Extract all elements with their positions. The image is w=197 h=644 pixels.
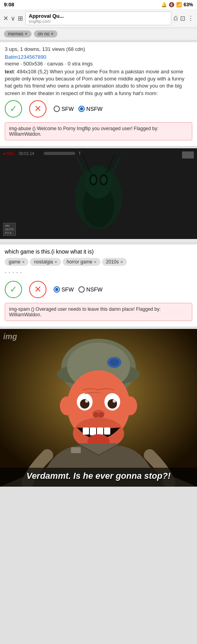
- svg-rect-24: [83, 427, 89, 435]
- post1-rating-group: SFW NSFW: [54, 106, 102, 112]
- game-icon-tr: [182, 151, 194, 159]
- post1-meta: meme · 500x536 · canvas · 0 xtra imgs: [5, 61, 192, 67]
- game-hud-bottomleft: HD AUTO F2.4: [3, 223, 16, 236]
- svg-point-23: [98, 412, 104, 418]
- more-icon[interactable]: ⋮: [188, 15, 194, 22]
- svg-point-6: [101, 176, 106, 184]
- game-info-auto: AUTO: [5, 228, 14, 231]
- game-hud-topleft: ● REC 00:01:14 T: [3, 151, 81, 156]
- game-timer: 00:01:14: [19, 151, 34, 156]
- post2-tags-row: game × nostalgia × horror game × 2010s ×: [5, 258, 192, 266]
- svg-rect-25: [90, 427, 96, 435]
- post2-nsfw-radio[interactable]: [78, 286, 85, 293]
- post2-nsfw-text: NSFW: [86, 286, 102, 293]
- spacer1: [0, 239, 197, 242]
- page-url: imgflip.com: [29, 19, 168, 24]
- svg-point-29: [60, 396, 74, 415]
- svg-point-22: [93, 412, 98, 418]
- post2-dots: · · · · ·: [5, 269, 192, 275]
- post2-card: which game is this.(i know what it is) g…: [0, 245, 197, 327]
- share-icon[interactable]: ⎙: [174, 15, 178, 22]
- post3-soldier-image: img: [0, 329, 197, 487]
- game-info-box: HD AUTO F2.4: [3, 223, 16, 236]
- top-tag-bar: memes × on no ×: [0, 28, 197, 40]
- post3-watermark: img: [3, 332, 17, 341]
- game-center-bar: [44, 152, 75, 155]
- svg-point-12: [110, 359, 119, 366]
- post2-sfw-text: SFW: [61, 286, 74, 293]
- post1-username[interactable]: Batim1234567890: [5, 54, 46, 60]
- page-title: Approval Qu...: [29, 13, 168, 19]
- post1-flagged-message: img-abuse () Welcome to Porny Imgflip yo…: [5, 122, 192, 140]
- status-time: 9:08: [4, 2, 14, 7]
- tag-2010s-remove[interactable]: ×: [120, 259, 123, 264]
- game-t-label: T: [78, 151, 81, 156]
- post2-approve-row: ✓ ✕ SFW NSFW: [5, 278, 192, 301]
- post2-spam-message: img-spam () Overaged user needs to leave…: [5, 303, 192, 321]
- post1-game-image: ● REC 00:01:14 T HD AUTO F2.4: [0, 148, 197, 239]
- post2-nsfw-label[interactable]: NSFW: [78, 286, 102, 293]
- mute-icon: 🔇: [169, 2, 175, 7]
- post1-nsfw-text: NSFW: [86, 106, 102, 112]
- down-icon[interactable]: ∨: [11, 15, 15, 22]
- tag-game[interactable]: game ×: [5, 258, 28, 266]
- game-hud-topright: [182, 151, 194, 159]
- svg-rect-26: [97, 427, 103, 435]
- close-icon[interactable]: ✕: [3, 15, 8, 22]
- post1-approve-row: ✓ ✕ SFW NSFW: [5, 97, 192, 121]
- battery-text: 63%: [184, 2, 193, 7]
- game-info-f24: F2.4: [5, 231, 14, 235]
- tag-memes[interactable]: memes ×: [4, 30, 32, 37]
- layers-icon[interactable]: ⊞: [18, 15, 23, 22]
- rec-dot: ● REC: [3, 151, 15, 156]
- post1-sfw-radio[interactable]: [54, 106, 60, 112]
- game-info-hd: HD: [5, 224, 14, 228]
- post1-sfw-text: SFW: [61, 106, 74, 112]
- post2-question: which game is this.(i know what it is): [5, 248, 192, 255]
- post2-sfw-label[interactable]: SFW: [54, 286, 74, 293]
- svg-point-30: [123, 396, 137, 415]
- post1-text-block: text: 494x108 (5,2) When your just some …: [5, 68, 192, 97]
- bookmark-icon[interactable]: ⊡: [180, 15, 185, 22]
- tag-nostalgia[interactable]: nostalgia ×: [30, 258, 61, 266]
- post1-reject-button[interactable]: ✕: [29, 100, 46, 118]
- svg-rect-27: [104, 427, 110, 435]
- post1-card: 3 ups, 1 downs, 131 views (68 cdn) Batim…: [0, 42, 197, 146]
- status-icons: 🔔 🔇 📶 63%: [161, 2, 193, 7]
- tag-game-remove[interactable]: ×: [22, 259, 24, 264]
- soldier-svg: [0, 329, 197, 487]
- svg-point-5: [91, 176, 96, 184]
- post1-sfw-label[interactable]: SFW: [54, 106, 74, 112]
- svg-point-19: [85, 399, 88, 403]
- post1-approve-button[interactable]: ✓: [5, 100, 22, 118]
- svg-point-20: [113, 399, 116, 403]
- svg-rect-31: [71, 447, 81, 453]
- tag-horror-game[interactable]: horror game ×: [63, 258, 100, 266]
- post1-stats: 3 ups, 1 downs, 131 views (68 cdn): [5, 46, 192, 52]
- post2-reject-button[interactable]: ✕: [29, 281, 46, 298]
- url-bar[interactable]: Approval Qu... imgflip.com: [25, 11, 171, 25]
- post2-rating-group: SFW NSFW: [54, 286, 102, 293]
- wifi-icon: 📶: [176, 2, 182, 7]
- post1-text-label: text: [5, 69, 14, 75]
- post2-sfw-radio[interactable]: [54, 286, 60, 293]
- tag-orno[interactable]: on no ×: [34, 30, 58, 37]
- creepy-figure-svg: [59, 154, 138, 233]
- post2-approve-button[interactable]: ✓: [5, 281, 22, 298]
- post3-caption: Verdammt. Is he ever gonna stop?!: [0, 468, 197, 487]
- post1-nsfw-radio[interactable]: [78, 106, 85, 112]
- browser-toolbar: ✕ ∨ ⊞ Approval Qu... imgflip.com ⎙ ⊡ ⋮: [0, 9, 197, 28]
- status-bar: 9:08 🔔 🔇 📶 63%: [0, 0, 197, 9]
- tag-horror-game-remove[interactable]: ×: [94, 259, 96, 264]
- alarm-icon: 🔔: [161, 2, 167, 7]
- post1-nsfw-label[interactable]: NSFW: [78, 106, 102, 112]
- post1-text-coords: : 494x108 (5,2): [14, 69, 50, 75]
- tag-nostalgia-remove[interactable]: ×: [55, 259, 57, 264]
- tag-2010s[interactable]: 2010s ×: [102, 258, 127, 266]
